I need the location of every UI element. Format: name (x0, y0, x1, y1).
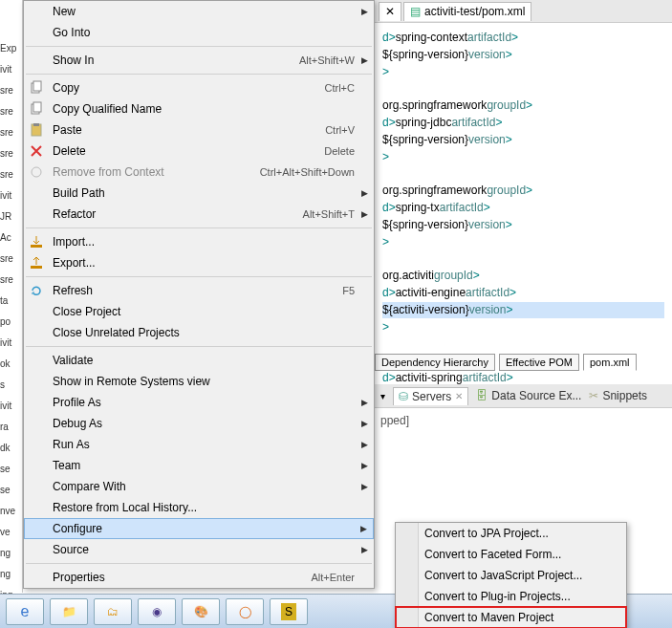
tree-item[interactable]: se (0, 459, 23, 480)
menu-show-in[interactable]: Show InAlt+Shift+W▶ (24, 50, 374, 71)
tree-item[interactable]: Ac (0, 227, 23, 249)
tree-item[interactable]: ve (0, 522, 23, 543)
database-icon: 🗄 (476, 389, 488, 402)
tree-item[interactable]: ivit (0, 185, 23, 206)
menu-debug-as[interactable]: Debug As▶ (24, 413, 374, 434)
tree-item[interactable]: ra (0, 417, 23, 438)
code-editor[interactable]: d>spring-contextartifactId>${spring-vers… (375, 23, 672, 392)
menu-configure[interactable]: Configure▶ (24, 518, 374, 539)
submenu-convert-jpa[interactable]: Convert to JPA Project... (396, 523, 626, 544)
menu-source[interactable]: Source▶ (24, 539, 374, 560)
editor-tab-label: activiti-test/pom.xml (424, 5, 525, 18)
views-tabstrip[interactable]: ▾ ⛁ Servers ✕ 🗄 Data Source Ex... ✂ Snip… (375, 384, 672, 407)
tab-effective-pom[interactable]: Effective POM (499, 354, 579, 371)
tree-item[interactable]: sre (0, 80, 23, 101)
menu-export[interactable]: Export... (24, 252, 374, 273)
taskbar-folder[interactable]: 🗂 (94, 598, 132, 625)
menu-team[interactable]: Team▶ (24, 455, 374, 476)
tree-item[interactable]: ok (0, 354, 23, 375)
tree-item[interactable]: sre (0, 101, 23, 122)
editor-tab-active[interactable]: ✕ (379, 2, 401, 21)
servers-view-body[interactable]: pped] (375, 407, 672, 522)
tree-item[interactable]: ng (0, 543, 23, 564)
menu-close-unrelated[interactable]: Close Unrelated Projects (24, 322, 374, 343)
close-icon[interactable]: ✕ (455, 391, 463, 401)
menu-build-path[interactable]: Build Path▶ (24, 183, 374, 204)
tree-item[interactable]: Exp (0, 38, 23, 59)
tree-item[interactable]: JR (0, 206, 23, 227)
menu-refresh[interactable]: RefreshF5 (24, 280, 374, 301)
editor-tabs[interactable]: ✕ ▤ activiti-test/pom.xml (375, 0, 672, 23)
tree-item[interactable]: sre (0, 270, 23, 291)
paste-icon (29, 122, 44, 138)
tree-item[interactable]: sre (0, 122, 23, 143)
editor-area: ✕ ▤ activiti-test/pom.xml d>spring-conte… (375, 0, 672, 373)
tree-item[interactable]: ta (0, 291, 23, 312)
paint-icon: 🎨 (194, 605, 208, 618)
chevron-right-icon: ▶ (361, 209, 368, 219)
chevron-down-icon[interactable]: ▾ (380, 391, 385, 401)
tree-item[interactable]: se (0, 480, 23, 501)
pom-editor-tabs[interactable]: Dependency Hierarchy Effective POM pom.x… (375, 352, 637, 373)
menu-remove-from-context: Remove from ContextCtrl+Alt+Shift+Down (24, 162, 374, 183)
menu-properties[interactable]: PropertiesAlt+Enter (24, 567, 374, 588)
taskbar-explorer[interactable]: 📁 (50, 598, 88, 625)
menu-delete[interactable]: DeleteDelete (24, 141, 374, 162)
menu-close-project[interactable]: Close Project (24, 301, 374, 322)
menu-compare-with[interactable]: Compare With▶ (24, 476, 374, 497)
chevron-right-icon: ▶ (361, 398, 368, 407)
tree-item[interactable]: s (0, 375, 23, 396)
tree-item[interactable]: sre (0, 143, 23, 164)
taskbar-app[interactable]: S (270, 598, 308, 625)
svg-rect-8 (31, 266, 42, 269)
tab-dependency-hierarchy[interactable]: Dependency Hierarchy (375, 354, 495, 371)
menu-show-remote[interactable]: Show in Remote Systems view (24, 371, 374, 392)
menu-new[interactable]: New▶ (24, 1, 374, 22)
tab-servers[interactable]: ⛁ Servers ✕ (393, 387, 468, 405)
menu-paste[interactable]: PasteCtrl+V (24, 119, 374, 141)
menu-validate[interactable]: Validate (24, 350, 374, 371)
explorer-icon: 📁 (62, 605, 76, 618)
tree-item[interactable]: ivit (0, 396, 23, 417)
import-icon (29, 234, 44, 249)
menu-run-as[interactable]: Run As▶ (24, 434, 374, 455)
chevron-right-icon: ▶ (361, 545, 368, 554)
chevron-right-icon: ▶ (361, 461, 368, 470)
menu-copy-qualified-name[interactable]: Copy Qualified Name (24, 98, 374, 119)
configure-submenu[interactable]: Convert to JPA Project... Convert to Fac… (395, 522, 627, 628)
chevron-right-icon: ▶ (361, 440, 368, 449)
tree-item[interactable]: sre (0, 164, 23, 185)
taskbar-ie[interactable]: e (6, 598, 44, 625)
taskbar-paint[interactable]: 🎨 (182, 598, 220, 625)
editor-tab-pom[interactable]: ▤ activiti-test/pom.xml (403, 2, 531, 21)
folder-icon: 🗂 (107, 605, 119, 618)
menu-profile-as[interactable]: Profile As▶ (24, 392, 374, 413)
tree-item[interactable]: po (0, 312, 23, 333)
submenu-convert-faceted[interactable]: Convert to Faceted Form... (396, 544, 626, 565)
menu-copy[interactable]: CopyCtrl+C (24, 77, 374, 98)
tab-snippets[interactable]: ✂ Snippets (589, 389, 647, 402)
menu-go-into[interactable]: Go Into (24, 22, 374, 43)
tree-item[interactable]: nve (0, 501, 23, 522)
menu-refactor[interactable]: RefactorAlt+Shift+T▶ (24, 204, 374, 225)
submenu-convert-maven[interactable]: Convert to Maven Project (396, 607, 626, 628)
tree-item[interactable]: dk (0, 438, 23, 459)
svg-rect-7 (31, 245, 42, 248)
tab-pom-xml[interactable]: pom.xml (583, 354, 637, 371)
menu-restore-history[interactable]: Restore from Local History... (24, 497, 374, 518)
taskbar-media[interactable]: ◯ (226, 598, 264, 625)
tree-item[interactable]: ng (0, 564, 23, 585)
chevron-right-icon: ▶ (361, 188, 368, 198)
context-menu[interactable]: New▶ Go Into Show InAlt+Shift+W▶ CopyCtr… (23, 0, 375, 589)
tree-item[interactable]: sre (0, 249, 23, 270)
svg-rect-1 (33, 81, 41, 91)
submenu-convert-js[interactable]: Convert to JavaScript Project... (396, 565, 626, 586)
tree-item[interactable]: ivit (0, 333, 23, 354)
chevron-right-icon: ▶ (361, 419, 368, 428)
tree-item[interactable]: ivit (0, 59, 23, 80)
submenu-convert-plugin[interactable]: Convert to Plug-in Projects... (396, 586, 626, 607)
copy-icon (29, 101, 44, 117)
menu-import[interactable]: Import... (24, 231, 374, 252)
taskbar-eclipse[interactable]: ◉ (138, 598, 176, 625)
tab-data-source-explorer[interactable]: 🗄 Data Source Ex... (476, 389, 581, 402)
